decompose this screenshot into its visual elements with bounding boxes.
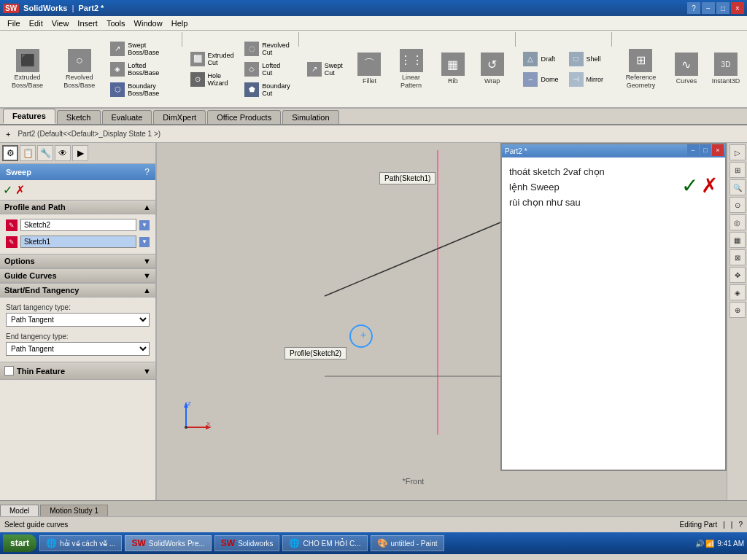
- revolved-boss-base-button[interactable]: ○ Revolved Boss/Base: [55, 32, 104, 106]
- taskbar-item-2[interactable]: SW Solidworks: [214, 535, 280, 551]
- right-icon-1[interactable]: ▷: [729, 144, 746, 160]
- sub-window-max-button[interactable]: □: [700, 144, 711, 156]
- titlebar-controls: ? − □ ×: [687, 2, 744, 14]
- profile-path-section-header[interactable]: Profile and Path ▲: [0, 200, 155, 214]
- start-end-tangency-section-header[interactable]: Start/End Tangency ▲: [0, 283, 155, 298]
- tab-sketch[interactable]: Sketch: [57, 110, 101, 124]
- reference-geometry-button[interactable]: ⊞ Reference Geometry: [616, 32, 665, 106]
- right-icon-10[interactable]: ⊕: [729, 302, 746, 318]
- help-button[interactable]: ?: [687, 2, 700, 14]
- taskbar-item-4[interactable]: 🎨 untitled - Paint: [371, 535, 444, 551]
- rib-button[interactable]: ▦ Rib: [435, 32, 471, 106]
- sweep-help-button[interactable]: ?: [144, 167, 150, 177]
- start-button[interactable]: start: [3, 534, 36, 552]
- profile-field[interactable]: Sketch2: [20, 219, 136, 231]
- curves-button[interactable]: ∿ Curves: [668, 32, 705, 106]
- right-icon-6[interactable]: ▦: [729, 232, 746, 248]
- cancel-button[interactable]: ✗: [15, 183, 25, 197]
- menu-tools[interactable]: Tools: [102, 18, 130, 29]
- tab-simulation[interactable]: Simulation: [282, 110, 338, 124]
- right-icon-4[interactable]: ⊙: [729, 197, 746, 213]
- rib-label: Rib: [448, 77, 458, 85]
- path-field[interactable]: Sketch1: [20, 236, 136, 248]
- swept-boss-base-button[interactable]: ↗ Swept Boss/Base: [107, 39, 177, 58]
- minimize-button[interactable]: −: [702, 2, 715, 14]
- right-icon-3[interactable]: 🔍: [729, 179, 746, 195]
- guide-curves-section-header[interactable]: Guide Curves ▼: [0, 268, 155, 283]
- lofted-boss-base-button[interactable]: ◈ Lofted Boss/Base: [107, 60, 177, 79]
- viewport-ok-button[interactable]: ✓: [681, 174, 698, 198]
- sub-window-close-button[interactable]: ×: [712, 144, 724, 156]
- close-button[interactable]: ×: [731, 2, 744, 14]
- add-icon-btn[interactable]: +: [3, 128, 13, 140]
- model-tab-model[interactable]: Model: [0, 505, 39, 516]
- extruded-boss-base-button[interactable]: ⬛ Extruded Boss/Base: [3, 32, 52, 106]
- model-tab-motion-study-1[interactable]: Motion Study 1: [40, 505, 108, 516]
- taskbar-tray-icons: 🔊 📶: [695, 540, 715, 548]
- svg-text:X: X: [206, 421, 211, 427]
- maximize-button[interactable]: □: [716, 2, 729, 14]
- hole-wizard-label: Hole Wizard: [208, 72, 235, 87]
- right-icon-5[interactable]: ◎: [729, 214, 746, 230]
- taskbar-item-0[interactable]: 🌐 hỏi về cách vẽ ...: [39, 535, 122, 551]
- right-icon-7[interactable]: ⊠: [729, 249, 746, 265]
- draft-button[interactable]: △ Draft: [519, 50, 562, 69]
- right-icon-8[interactable]: ✥: [729, 267, 746, 283]
- right-icon-2[interactable]: ⊞: [729, 162, 746, 178]
- panel-feature-icon[interactable]: ⚙: [2, 145, 18, 161]
- menu-insert[interactable]: Insert: [73, 18, 102, 29]
- thin-feature-chevron: ▼: [143, 367, 151, 376]
- menu-help[interactable]: Help: [167, 18, 193, 29]
- wrap-button[interactable]: ↺ Wrap: [474, 32, 511, 106]
- titlebar: SW SolidWorks | Part2 * ? − □ ×: [0, 0, 747, 16]
- panel-property-icon[interactable]: 📋: [20, 145, 36, 161]
- hole-wizard-button[interactable]: ⊙ Hole Wizard: [187, 70, 239, 89]
- menu-window[interactable]: Window: [130, 18, 167, 29]
- sub-window-min-button[interactable]: −: [687, 144, 699, 156]
- tab-office-products[interactable]: Office Products: [207, 110, 281, 124]
- linear-pattern-button[interactable]: ⋮⋮ Linear Pattern: [390, 32, 431, 106]
- instant3d-button[interactable]: 3D Instant3D: [708, 32, 744, 106]
- taskbar-item-1[interactable]: SW SolidWorks Pre...: [125, 535, 211, 551]
- taskbar-item-3[interactable]: 🌐 CHO EM HỎI C...: [282, 535, 367, 551]
- end-tangency-select[interactable]: None Path Tangent Direction Vector All F…: [6, 342, 150, 356]
- path-arrow-button[interactable]: ▼: [139, 237, 150, 247]
- menu-edit[interactable]: Edit: [25, 18, 47, 29]
- right-icon-9[interactable]: ◈: [729, 284, 746, 300]
- thin-feature-section-header[interactable]: Thin Feature ▼: [0, 362, 155, 380]
- profile-row: ✎ Sketch2 ▼: [6, 217, 150, 233]
- tab-dimxpert[interactable]: DimXpert: [153, 110, 206, 124]
- ok-button[interactable]: ✓: [3, 183, 12, 197]
- menu-file[interactable]: File: [3, 18, 25, 29]
- revolved-cut-button[interactable]: ◌ Revolved Cut: [241, 39, 294, 58]
- viewport-cancel-button[interactable]: ✗: [701, 174, 718, 198]
- extruded-cut-button[interactable]: ⬜ Extruded Cut: [187, 50, 239, 69]
- boundary-cut-button[interactable]: ⬟ Boundary Cut: [241, 80, 294, 99]
- features-toolbar: ⬛ Extruded Boss/Base ○ Revolved Boss/Bas…: [0, 31, 747, 107]
- shell-icon: □: [569, 52, 584, 66]
- panel-display-icon[interactable]: 👁: [55, 145, 71, 161]
- swept-cut-button[interactable]: ↗ Swept Cut: [303, 60, 349, 79]
- tab-evaluate[interactable]: Evaluate: [102, 110, 152, 124]
- profile-arrow-button[interactable]: ▼: [139, 220, 150, 230]
- dome-button[interactable]: ⌢ Dome: [519, 70, 562, 89]
- instant3d-label: Instant3D: [712, 77, 740, 85]
- panel-motion-icon[interactable]: ▶: [72, 145, 88, 161]
- options-section-header[interactable]: Options ▼: [0, 254, 155, 268]
- menu-view[interactable]: View: [47, 18, 74, 29]
- status-help-icon[interactable]: ?: [738, 521, 743, 529]
- start-tangency-select[interactable]: None Path Tangent Direction Vector All F…: [6, 313, 150, 327]
- shell-button[interactable]: □ Shell: [565, 50, 608, 69]
- panel-config-icon[interactable]: 🔧: [37, 145, 53, 161]
- taskbar-item-1-label: SolidWorks Pre...: [149, 540, 205, 548]
- guide-curves-chevron: ▼: [143, 271, 151, 280]
- profile-icon: ✎: [6, 219, 18, 231]
- thin-feature-checkbox[interactable]: [4, 366, 14, 376]
- lofted-cut-button[interactable]: ◇ Lofted Cut: [241, 60, 294, 79]
- status-text-left: Select guide curves: [4, 521, 68, 529]
- boundary-boss-base-button[interactable]: ⬡ Boundary Boss/Base: [107, 80, 177, 99]
- tab-features[interactable]: Features: [3, 109, 55, 124]
- mirror-button[interactable]: ⊣ Mirror: [565, 70, 608, 89]
- lofted-cut-label: Lofted Cut: [262, 62, 290, 77]
- fillet-button[interactable]: ⌒ Fillet: [351, 32, 387, 106]
